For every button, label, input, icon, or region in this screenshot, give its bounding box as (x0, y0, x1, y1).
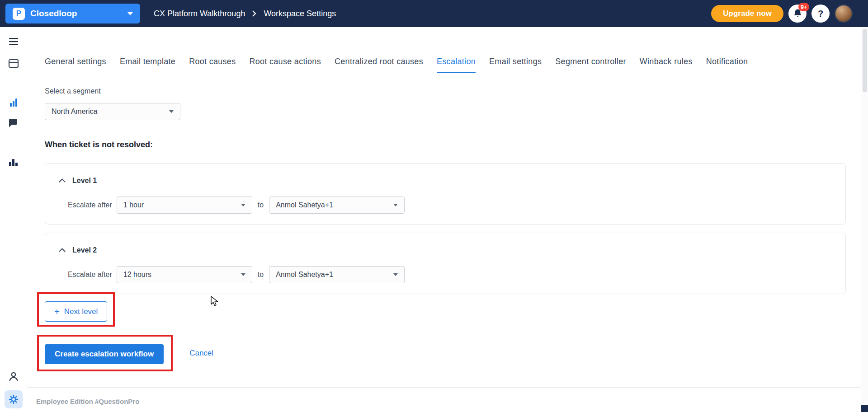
level-2-duration-select[interactable]: 12 hours (117, 266, 252, 283)
chat-icon (8, 118, 19, 128)
tab-general-settings[interactable]: General settings (45, 57, 106, 66)
breadcrumb: CX Platform Walkthrough Workspace Settin… (154, 9, 336, 19)
section-heading: When ticket is not resolved: (45, 140, 846, 150)
upgrade-button[interactable]: Upgrade now (711, 5, 783, 22)
caret-down-icon (393, 204, 398, 206)
poll-icon (9, 98, 19, 108)
bar-chart-icon (8, 157, 19, 167)
caret-down-icon (393, 273, 398, 276)
notification-badge: 9+ (798, 3, 809, 11)
level-2-recipient-select[interactable]: Anmol Sahetya+1 (269, 266, 405, 283)
segment-label: Select a segment (45, 87, 846, 95)
tab-winback-rules[interactable]: Winback rules (640, 57, 693, 66)
level-1-duration-value: 1 hour (123, 201, 144, 209)
tab-email-template[interactable]: Email template (120, 57, 175, 66)
footer-text: Employee Edition #QuestionPro (36, 398, 139, 405)
chevron-up-icon (59, 248, 66, 252)
scrollbar-thumb[interactable] (863, 29, 867, 92)
level-1-duration-select[interactable]: 1 hour (117, 197, 252, 214)
notifications-button[interactable]: 9+ (788, 5, 807, 23)
main-content: General settings Email template Root cau… (27, 27, 861, 412)
chevron-up-icon (59, 178, 66, 183)
menu-icon (9, 37, 19, 46)
sidebar-comments-button[interactable] (5, 114, 23, 132)
form-actions: Create escalation workflow Cancel (45, 335, 846, 371)
level-2-title: Level 2 (72, 246, 97, 254)
tab-centralized-root-causes[interactable]: Centralized root causes (335, 57, 423, 66)
caret-down-icon (127, 12, 133, 15)
sidebar (0, 27, 27, 412)
cancel-link[interactable]: Cancel (189, 349, 213, 358)
collapse-level-1-button[interactable] (58, 177, 66, 185)
tab-root-causes[interactable]: Root causes (189, 57, 236, 66)
breadcrumb-item-walkthrough[interactable]: CX Platform Walkthrough (154, 9, 245, 19)
avatar[interactable] (835, 5, 853, 23)
logo-letter: P (16, 9, 21, 18)
board-icon (8, 59, 19, 69)
annotation-box-create: Create escalation workflow (37, 335, 173, 371)
breadcrumb-item-current: Workspace Settings (264, 9, 336, 19)
to-label: to (258, 201, 264, 209)
org-switcher[interactable]: P Closedloop (5, 4, 140, 23)
create-workflow-button[interactable]: Create escalation workflow (45, 344, 164, 364)
level-1-recipient-select[interactable]: Anmol Sahetya+1 (269, 197, 405, 214)
escalate-after-label: Escalate after (68, 201, 112, 209)
level-1-title: Level 1 (72, 176, 97, 185)
sidebar-surveys-button[interactable] (5, 94, 23, 112)
level-2-recipient-value: Anmol Sahetya+1 (276, 271, 333, 279)
annotation-box-next-level: + Next level (37, 292, 115, 327)
scrollbar-corner (861, 405, 868, 412)
caret-down-icon (241, 204, 245, 206)
level-card-2: Level 2 Escalate after 12 hours to Anmol… (45, 233, 846, 294)
level-card-1: Level 1 Escalate after 1 hour to Anmol S… (45, 163, 846, 225)
user-icon (8, 371, 19, 382)
tab-email-settings[interactable]: Email settings (489, 57, 542, 66)
help-icon: ? (818, 9, 823, 19)
chevron-right-icon (252, 10, 256, 17)
sidebar-dashboard-button[interactable] (5, 55, 23, 73)
next-level-button[interactable]: + Next level (45, 301, 107, 322)
tab-notification[interactable]: Notification (706, 57, 748, 66)
next-level-label: Next level (64, 307, 98, 316)
org-name: Closedloop (30, 9, 127, 19)
topbar: P Closedloop CX Platform Walkthrough Wor… (0, 0, 868, 27)
sidebar-menu-button[interactable] (5, 33, 23, 51)
help-button[interactable]: ? (811, 5, 830, 23)
segment-select[interactable]: North America (45, 103, 180, 120)
level-1-recipient-value: Anmol Sahetya+1 (276, 201, 333, 209)
plus-icon: + (54, 307, 60, 316)
tab-escalation[interactable]: Escalation (437, 57, 476, 66)
segment-select-value: North America (52, 108, 97, 116)
sidebar-settings-button[interactable] (5, 390, 23, 408)
to-label: to (258, 271, 264, 279)
tab-bar: General settings Email template Root cau… (45, 57, 846, 73)
level-2-duration-value: 12 hours (123, 271, 151, 279)
tab-root-cause-actions[interactable]: Root cause actions (249, 57, 321, 66)
sidebar-account-button[interactable] (5, 367, 23, 385)
collapse-level-2-button[interactable] (58, 246, 66, 254)
topbar-actions: Upgrade now 9+ ? (711, 5, 853, 23)
escalate-after-label: Escalate after (68, 271, 112, 279)
footer: Employee Edition #QuestionPro (27, 387, 861, 406)
questionpro-logo: P (13, 8, 25, 20)
scrollbar[interactable] (861, 27, 868, 412)
app-window: P Closedloop CX Platform Walkthrough Wor… (0, 0, 868, 412)
gear-icon (8, 394, 19, 405)
tab-segment-controller[interactable]: Segment controller (555, 57, 626, 66)
caret-down-icon (241, 273, 245, 276)
caret-down-icon (169, 110, 174, 113)
sidebar-analytics-button[interactable] (5, 153, 23, 171)
